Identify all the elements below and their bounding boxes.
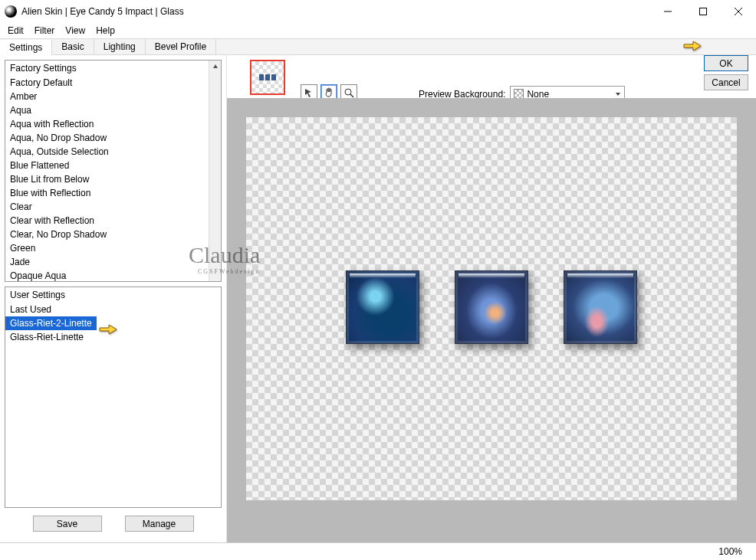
list-item[interactable]: Glass-Riet-Linette (5, 330, 221, 344)
list-item[interactable]: Blue Flattened (5, 159, 221, 172)
factory-settings-list[interactable]: Factory Settings Factory Default Amber A… (5, 60, 222, 282)
ok-button[interactable]: OK (704, 55, 748, 71)
list-item[interactable]: Green (5, 241, 221, 255)
save-button[interactable]: Save (33, 516, 102, 532)
list-item[interactable]: Blue with Reflection (5, 186, 221, 200)
cancel-button[interactable]: Cancel (704, 74, 748, 90)
app-icon (5, 5, 17, 18)
svg-marker-4 (213, 64, 218, 68)
svg-line-6 (350, 94, 353, 97)
list-item[interactable]: Clear with Reflection (5, 214, 221, 228)
titlebar: Alien Skin | Eye Candy 5 Impact | Glass (0, 0, 756, 23)
settings-button-row: Save Manage (5, 513, 222, 538)
preview-object (455, 270, 528, 344)
tab-basic[interactable]: Basic (52, 39, 94, 54)
window-title: Alien Skin | Eye Candy 5 Impact | Glass (21, 6, 650, 17)
thumbnail-dots-icon (259, 74, 276, 80)
tab-strip: Settings Basic Lighting Bevel Profile (0, 38, 756, 55)
main-area: OK Cancel Preview Background: (227, 55, 756, 542)
svg-point-5 (345, 89, 351, 95)
list-item[interactable]: Aqua, Outside Selection (5, 145, 221, 159)
statusbar: 100% (0, 542, 756, 559)
tab-lighting[interactable]: Lighting (94, 39, 146, 54)
list-item[interactable]: Jade (5, 255, 221, 269)
window-controls (650, 0, 756, 23)
list-item[interactable]: Clear, No Drop Shadow (5, 228, 221, 241)
tab-settings[interactable]: Settings (0, 40, 52, 55)
menu-edit[interactable]: Edit (8, 25, 24, 36)
zoom-level: 100% (718, 546, 742, 557)
layer-thumbnail[interactable] (250, 60, 285, 95)
close-button[interactable] (721, 0, 756, 23)
scrollbar[interactable] (209, 61, 221, 281)
preview-canvas[interactable] (246, 117, 737, 500)
dialog-buttons: OK Cancel (704, 55, 748, 90)
user-settings-list[interactable]: User Settings Last Used Glass-Riet-2-Lin… (5, 287, 222, 509)
menubar: Edit Filter View Help (0, 23, 756, 38)
preview-toolbar: Preview Background: None (227, 55, 756, 98)
chevron-down-icon (615, 91, 621, 97)
tab-bevel-profile[interactable]: Bevel Profile (146, 39, 216, 54)
list-item[interactable]: Blue Lit from Below (5, 172, 221, 186)
list-item-selected[interactable]: Glass-Riet-2-Linette (5, 316, 97, 330)
list-item[interactable]: Opaque Aqua (5, 269, 221, 282)
list-item[interactable]: Last Used (5, 303, 221, 316)
preview-object (564, 270, 637, 344)
factory-settings-header: Factory Settings (5, 61, 221, 76)
svg-rect-1 (700, 8, 707, 15)
list-item[interactable]: Aqua, No Drop Shadow (5, 131, 221, 145)
settings-sidebar: Factory Settings Factory Default Amber A… (0, 55, 227, 542)
menu-help[interactable]: Help (96, 25, 115, 36)
manage-button[interactable]: Manage (125, 516, 194, 532)
list-item[interactable]: Clear (5, 200, 221, 214)
list-item[interactable]: Amber (5, 90, 221, 103)
list-item[interactable]: Aqua with Reflection (5, 117, 221, 131)
list-item[interactable]: Factory Default (5, 76, 221, 90)
menu-filter[interactable]: Filter (35, 25, 55, 36)
svg-marker-7 (616, 93, 620, 96)
user-settings-header: User Settings (5, 287, 221, 303)
preview-canvas-wrap (227, 98, 756, 542)
minimize-button[interactable] (650, 0, 685, 23)
scroll-up-icon[interactable] (211, 64, 220, 68)
list-item[interactable]: Aqua (5, 103, 221, 117)
preview-object (346, 270, 419, 344)
menu-view[interactable]: View (65, 25, 85, 36)
maximize-button[interactable] (685, 0, 721, 23)
